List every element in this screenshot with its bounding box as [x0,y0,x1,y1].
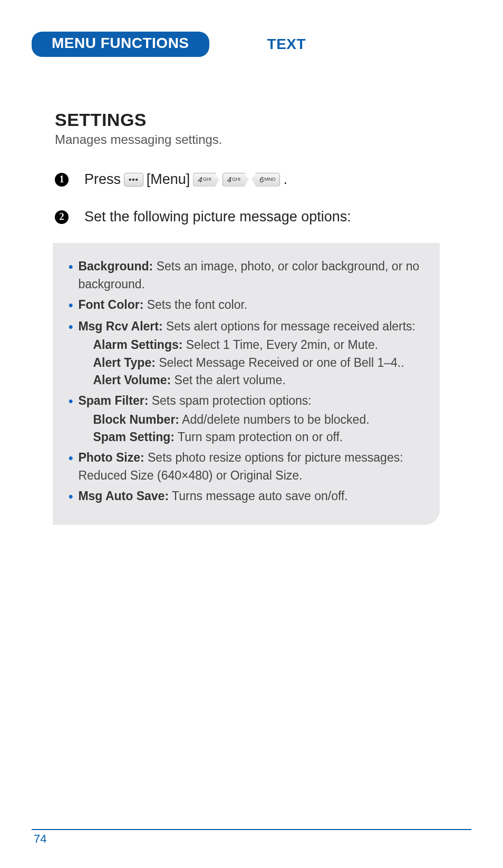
option-item: •Font Color: Sets the font color. [69,296,424,315]
step-1-end: . [283,168,287,191]
option-sub-label: Alert Type: [93,356,155,369]
bullet-icon: • [69,318,73,389]
page-number: 74 [32,832,46,845]
option-sub-label: Spam Setting: [93,430,175,444]
option-label: Background: [78,259,153,273]
key-4b-digit: 4 [227,173,231,186]
option-text: Sets alert options for message received … [163,319,415,333]
step-1: 1 Press [Menu] 4GHI 4GHI 6MNO . [55,168,440,191]
key-6-digit: 6 [259,173,264,186]
key-6-sub: MNO [264,175,275,183]
option-sub-text: Select 1 Time, Every 2min, or Mute. [182,338,378,352]
header-section-label: TEXT [267,36,306,53]
option-item: •Spam Filter: Sets spam protection optio… [69,392,424,446]
options-list: •Background: Sets an image, photo, or co… [69,258,424,505]
content-area: SETTINGS Manages messaging settings. 1 P… [32,110,471,525]
page-title: SETTINGS [55,110,440,130]
option-sub-text: Turn spam protection on or off. [175,430,343,444]
option-sub-label: Block Number: [93,413,179,426]
key-6-icon: 6MNO [252,173,280,187]
bullet-icon: • [69,487,73,506]
step-2-text: Set the following picture message option… [84,206,351,228]
header-pill: MENU FUNCTIONS [32,32,209,57]
option-sub-text: Add/delete numbers to be blocked. [179,413,370,426]
option-label: Spam Filter: [78,394,148,407]
option-item: •Msg Auto Save: Turns message auto save … [69,487,424,506]
step-2: 2 Set the following picture message opti… [55,206,440,228]
option-sub-item: Alert Type: Select Message Received or o… [93,354,424,372]
options-box: •Background: Sets an image, photo, or co… [53,243,440,524]
key-4-sub: GHI [203,175,211,183]
option-body: Spam Filter: Sets spam protection option… [78,392,424,446]
bullet-icon: • [69,392,73,446]
option-sub-text: Select Message Received or one of Bell 1… [156,356,404,369]
option-item: •Photo Size: Sets photo resize options f… [69,449,424,484]
option-sub-block: Alarm Settings: Select 1 Time, Every 2mi… [93,336,424,389]
option-body: Font Color: Sets the font color. [78,296,424,315]
option-sub-item: Spam Setting: Turn spam protection on or… [93,428,424,446]
key-4-icon-b: 4GHI [223,173,248,187]
step-1-menu: [Menu] [147,168,190,191]
option-label: Msg Auto Save: [78,489,169,503]
option-body: Msg Rcv Alert: Sets alert options for me… [78,318,424,389]
option-label: Photo Size: [78,451,144,464]
option-label: Font Color: [78,298,143,311]
key-4b-sub: GHI [232,175,240,183]
softkey-dots-icon [124,173,143,187]
option-sub-text: Set the alert volume. [171,373,285,387]
option-text: Sets the font color. [143,298,247,311]
bullet-icon: • [69,258,73,293]
option-sub-item: Block Number: Add/delete numbers to be b… [93,411,424,428]
step-1-text: Press [Menu] 4GHI 4GHI 6MNO . [84,168,287,191]
manual-page: MENU FUNCTIONS TEXT SETTINGS Manages mes… [0,0,503,868]
footer-rule: 74 [32,829,471,846]
option-sub-item: Alarm Settings: Select 1 Time, Every 2mi… [93,336,424,354]
option-item: •Background: Sets an image, photo, or co… [69,258,424,293]
option-body: Msg Auto Save: Turns message auto save o… [78,487,424,506]
option-sub-label: Alert Volume: [93,373,171,387]
option-sub-item: Alert Volume: Set the alert volume. [93,372,424,389]
step-1-press: Press [84,168,121,191]
header-row: MENU FUNCTIONS TEXT [32,32,471,57]
page-footer: 74 [32,829,471,846]
step-number-2-icon: 2 [55,210,69,224]
option-text: Sets spam protection options: [148,394,311,407]
option-body: Photo Size: Sets photo resize options fo… [78,449,424,484]
page-subtitle: Manages messaging settings. [55,132,440,147]
step-number-1-icon: 1 [55,173,69,187]
bullet-icon: • [69,449,73,484]
option-sub-label: Alarm Settings: [93,338,182,352]
bullet-icon: • [69,296,73,315]
option-item: •Msg Rcv Alert: Sets alert options for m… [69,318,424,389]
option-sub-block: Block Number: Add/delete numbers to be b… [93,411,424,446]
option-body: Background: Sets an image, photo, or col… [78,258,424,293]
key-4-digit: 4 [198,173,202,186]
option-label: Msg Rcv Alert: [78,319,162,333]
option-text: Turns message auto save on/off. [169,489,348,503]
key-4-icon: 4GHI [193,173,219,187]
